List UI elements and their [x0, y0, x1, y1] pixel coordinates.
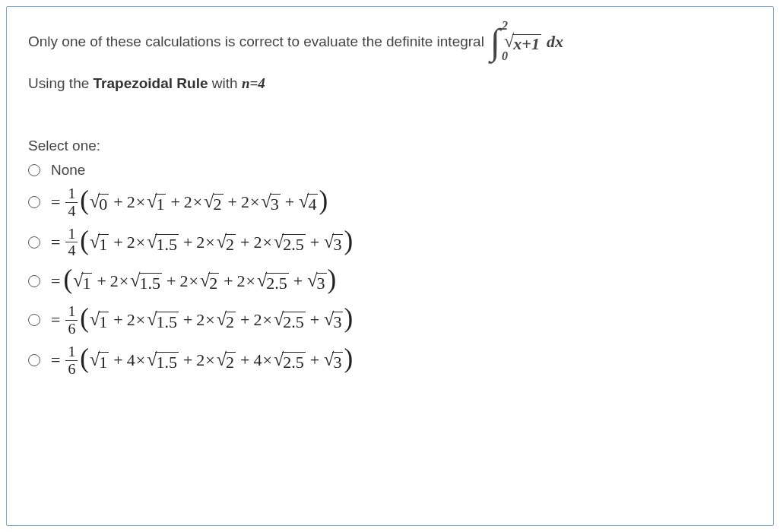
using-line: Using the Trapezoidal Rule with n=4 — [28, 75, 752, 92]
sqrt: √2.5 — [274, 309, 306, 331]
integral-symbol: ∫ 2 0 — [490, 24, 500, 60]
sqrt: √4 — [299, 191, 318, 214]
sqrt: √1 — [90, 231, 109, 254]
fraction: 14 — [65, 186, 78, 219]
using-prefix: Using the — [28, 75, 94, 91]
integral-sqrt: √ x+1 — [504, 30, 541, 53]
sqrt: √1.5 — [147, 309, 179, 331]
radio-button[interactable] — [28, 275, 40, 287]
sqrt: √3 — [324, 231, 343, 254]
intro-text: Only one of these calculations is correc… — [28, 33, 484, 50]
radio-button[interactable] — [28, 196, 40, 208]
option-row[interactable]: =16(√1+4×√1.5+2×√2+4×√2.5+√3) — [28, 344, 752, 377]
sqrt: √1 — [90, 349, 109, 372]
radio-button[interactable] — [28, 354, 40, 366]
radio-button[interactable] — [28, 314, 40, 326]
radio-button[interactable] — [28, 236, 40, 249]
sqrt: √1 — [147, 191, 166, 214]
fraction: 16 — [65, 344, 78, 377]
option-row[interactable]: =14(√0+2×√1+2×√2+2×√3+√4) — [28, 186, 752, 219]
option-row[interactable]: =16(√1+2×√1.5+2×√2+2×√2.5+√3) — [28, 304, 752, 337]
question-container: Only one of these calculations is correc… — [6, 6, 774, 526]
sqrt: √2.5 — [274, 349, 306, 372]
sqrt: √2 — [217, 349, 236, 372]
options-list: None=14(√0+2×√1+2×√2+2×√3+√4)=14(√1+2×√1… — [28, 162, 752, 376]
integral-expression: ∫ 2 0 √ x+1 dx — [490, 24, 563, 60]
option-expression: =14(√1+2×√1.5+2×√2+2×√2.5+√3) — [51, 226, 353, 259]
sqrt: √3 — [307, 270, 326, 293]
option-row[interactable]: None — [28, 162, 752, 179]
option-label: None — [51, 162, 85, 179]
sqrt: √1 — [90, 309, 109, 331]
option-expression: =14(√0+2×√1+2×√2+2×√3+√4) — [51, 186, 328, 219]
option-expression: =(√1+2×√1.5+2×√2+2×√2.5+√3) — [51, 266, 336, 296]
intro-line: Only one of these calculations is correc… — [28, 24, 752, 60]
sqrt: √1.5 — [130, 270, 162, 293]
n-value: n=4 — [242, 75, 265, 91]
rule-name: Trapezoidal Rule — [94, 75, 208, 91]
fraction: 14 — [65, 226, 78, 259]
sqrt: √1.5 — [147, 349, 179, 372]
option-row[interactable]: =14(√1+2×√1.5+2×√2+2×√2.5+√3) — [28, 226, 752, 259]
sqrt: √3 — [324, 309, 343, 331]
sqrt: √2.5 — [274, 231, 306, 254]
option-row[interactable]: =(√1+2×√1.5+2×√2+2×√2.5+√3) — [28, 266, 752, 296]
fraction: 16 — [65, 304, 78, 337]
with-text: with — [208, 75, 242, 91]
select-one-label: Select one: — [28, 138, 752, 154]
sqrt: √2 — [217, 231, 236, 254]
sqrt: √3 — [324, 349, 343, 372]
option-expression: =16(√1+4×√1.5+2×√2+4×√2.5+√3) — [51, 344, 353, 377]
sqrt: √2 — [200, 270, 219, 293]
integral-dx: dx — [547, 32, 563, 52]
option-expression: =16(√1+2×√1.5+2×√2+2×√2.5+√3) — [51, 304, 353, 337]
sqrt: √1 — [73, 270, 92, 293]
sqrt: √3 — [261, 191, 280, 214]
sqrt: √2 — [204, 191, 223, 214]
radio-button[interactable] — [28, 164, 40, 176]
sqrt: √2 — [217, 309, 236, 331]
sqrt: √1.5 — [147, 231, 179, 254]
sqrt: √2.5 — [257, 270, 289, 293]
sqrt: √0 — [90, 191, 109, 214]
